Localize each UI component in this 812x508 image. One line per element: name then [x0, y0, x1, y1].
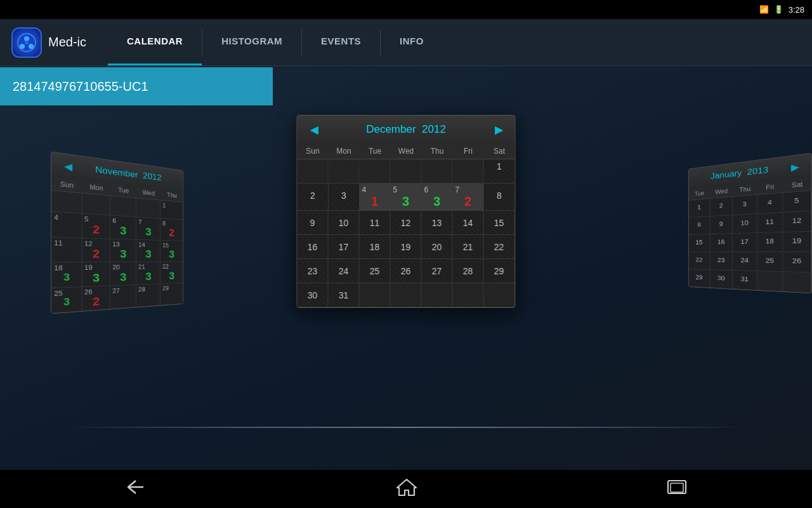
- jan-day-8[interactable]: 8: [689, 217, 710, 235]
- dec-day-7[interactable]: 72: [453, 184, 484, 211]
- jan-day-17[interactable]: 17: [733, 233, 757, 252]
- jan-day-19[interactable]: 19: [783, 232, 811, 252]
- dec-day-27[interactable]: 27: [422, 259, 453, 283]
- dec-day-30[interactable]: 30: [298, 283, 329, 307]
- dec-day-10[interactable]: 10: [329, 211, 360, 235]
- jan-day-2[interactable]: 2: [710, 197, 733, 217]
- jan-day-31[interactable]: 31: [733, 271, 757, 290]
- jan-day-12[interactable]: 12: [783, 211, 811, 232]
- status-bar: 📶 🔋 3:28: [0, 0, 812, 19]
- december-header: ◀ December 2012 ▶: [298, 116, 515, 144]
- dec-day-29[interactable]: 29: [484, 259, 515, 283]
- dec-day-3[interactable]: 3: [329, 184, 360, 211]
- nov-day-21[interactable]: 213: [136, 262, 160, 285]
- dec-day-6[interactable]: 63: [422, 184, 453, 211]
- nov-day-20[interactable]: 203: [110, 262, 136, 286]
- jan-day-10[interactable]: 10: [733, 214, 757, 234]
- dec-day-20[interactable]: 20: [422, 235, 453, 259]
- nov-empty: [136, 198, 160, 218]
- jan-day-29[interactable]: 29: [689, 269, 710, 288]
- dec-day-14[interactable]: 14: [453, 211, 484, 235]
- top-nav: Med-ic CALENDAR HISTOGRAM EVENTS INFO: [0, 19, 812, 66]
- nov-day-14[interactable]: 143: [136, 239, 160, 262]
- dec-day-4[interactable]: 41: [360, 184, 391, 211]
- nov-day-15[interactable]: 153: [160, 240, 183, 262]
- jan-day-1[interactable]: 1: [689, 199, 710, 218]
- tab-info[interactable]: INFO: [381, 18, 443, 65]
- dec-empty: [391, 159, 422, 184]
- dec-day-19[interactable]: 19: [391, 235, 422, 259]
- jan-day-25[interactable]: 25: [757, 252, 783, 272]
- december-next-btn[interactable]: ▶: [491, 123, 506, 137]
- jan-day-15[interactable]: 15: [689, 234, 710, 252]
- january-next-btn[interactable]: ▶: [787, 160, 802, 174]
- nov-day-1[interactable]: 1: [160, 201, 183, 220]
- jan-day-4[interactable]: 4: [757, 193, 783, 214]
- dec-day-21[interactable]: 21: [453, 235, 484, 259]
- home-button[interactable]: [396, 478, 417, 500]
- january-title: January 2013: [695, 163, 787, 183]
- nov-day-4[interactable]: 4: [51, 212, 82, 238]
- dec-day-13[interactable]: 13: [422, 211, 453, 235]
- dow-mon: Mon: [82, 180, 110, 195]
- app-logo-area: Med-ic: [0, 27, 108, 58]
- tab-events[interactable]: EVENTS: [302, 18, 380, 65]
- dec-day-24[interactable]: 24: [329, 259, 360, 283]
- nov-day-18[interactable]: 183: [51, 262, 82, 288]
- december-prev-btn[interactable]: ◀: [306, 123, 322, 137]
- dec-day-15[interactable]: 15: [484, 211, 515, 235]
- jan-day-30[interactable]: 30: [710, 270, 733, 289]
- dec-day-16[interactable]: 16: [298, 235, 329, 259]
- nov-empty: [82, 194, 110, 216]
- tab-histogram[interactable]: HISTOGRAM: [202, 18, 301, 65]
- nov-day-25[interactable]: 253: [51, 287, 82, 314]
- dec-day-12[interactable]: 12: [391, 211, 422, 235]
- dec-day-25[interactable]: 25: [360, 259, 391, 283]
- nov-day-19[interactable]: 193: [82, 262, 110, 287]
- nov-day-6[interactable]: 63: [110, 215, 136, 239]
- jan-day-23[interactable]: 23: [710, 252, 733, 271]
- nov-day-29[interactable]: 29: [160, 283, 183, 305]
- svg-rect-8: [671, 483, 683, 492]
- nov-day-26[interactable]: 262: [82, 286, 110, 311]
- dec-day-5[interactable]: 53: [391, 184, 422, 211]
- back-button[interactable]: [124, 478, 147, 500]
- jan-day-24[interactable]: 24: [733, 252, 757, 271]
- dec-day-17[interactable]: 17: [329, 235, 360, 259]
- nov-day-27[interactable]: 27: [110, 284, 136, 309]
- nov-day-28[interactable]: 28: [136, 284, 160, 307]
- nav-tabs: CALENDAR HISTOGRAM EVENTS INFO: [108, 19, 443, 65]
- jan-day-22[interactable]: 22: [689, 252, 710, 270]
- nov-day-13[interactable]: 133: [110, 239, 136, 262]
- tab-calendar[interactable]: CALENDAR: [108, 18, 202, 65]
- dow-tue: Tue: [110, 183, 136, 197]
- nov-day-12[interactable]: 122: [82, 238, 110, 262]
- jan-day-11[interactable]: 11: [757, 213, 783, 233]
- dec-day-18[interactable]: 18: [360, 235, 391, 259]
- dec-day-22[interactable]: 22: [484, 235, 515, 259]
- dec-day-1[interactable]: 1: [484, 159, 515, 184]
- dec-day-8[interactable]: 8: [484, 184, 515, 211]
- bottom-nav: [0, 470, 812, 508]
- dec-day-31[interactable]: 31: [329, 283, 360, 307]
- november-prev-btn[interactable]: ◀: [60, 159, 75, 174]
- nov-day-11[interactable]: 11: [51, 237, 82, 263]
- dec-day-2[interactable]: 2: [298, 184, 329, 211]
- patient-id: 281474976710655-UC1: [13, 79, 148, 94]
- nov-day-22[interactable]: 223: [160, 262, 183, 283]
- dec-day-9[interactable]: 9: [298, 211, 329, 235]
- dec-day-28[interactable]: 28: [453, 259, 484, 283]
- nov-day-5[interactable]: 52: [82, 214, 110, 239]
- jan-day-3[interactable]: 3: [733, 195, 757, 215]
- dec-day-11[interactable]: 11: [360, 211, 391, 235]
- recent-button[interactable]: [666, 478, 688, 500]
- nov-day-8[interactable]: 82: [160, 218, 183, 241]
- nov-day-7[interactable]: 73: [136, 217, 160, 241]
- dec-day-26[interactable]: 26: [391, 259, 422, 283]
- jan-day-5[interactable]: 5: [783, 190, 811, 213]
- dec-day-23[interactable]: 23: [298, 259, 329, 283]
- jan-day-26[interactable]: 26: [783, 252, 811, 272]
- jan-day-9[interactable]: 9: [710, 215, 733, 234]
- jan-day-18[interactable]: 18: [757, 232, 783, 252]
- jan-day-16[interactable]: 16: [710, 234, 733, 252]
